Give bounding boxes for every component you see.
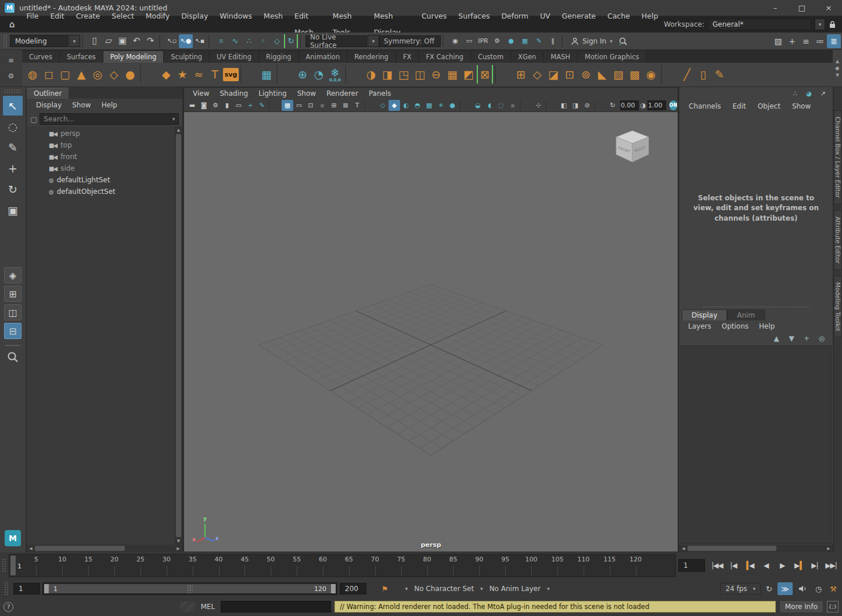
channel-box-toggle-icon[interactable]: ≣ <box>827 34 841 48</box>
character-set-arrow[interactable]: ▾ <box>478 586 485 592</box>
poly-disc-icon[interactable]: ● <box>122 65 138 84</box>
manip-speed-icon[interactable]: ◕ <box>804 88 814 99</box>
poly-svg-icon[interactable]: svg <box>223 68 239 81</box>
shelf-tab-rendering[interactable]: Rendering <box>347 51 396 63</box>
minimize-button[interactable]: – <box>762 0 789 16</box>
animation-end-field[interactable]: 200 <box>340 583 366 595</box>
slide-edge-icon[interactable]: ▯ <box>695 65 711 84</box>
loop-playback-icon[interactable]: ↻ <box>763 582 775 595</box>
symmetry-field[interactable]: Symmetry: Off <box>379 35 441 47</box>
lights-icon[interactable]: ✳ <box>435 100 447 111</box>
outliner-horizontal-scrollbar[interactable]: ◀ ▶ <box>27 545 182 552</box>
range-slider[interactable]: 1 120 <box>42 582 337 595</box>
panel-menu-panels[interactable]: Panels <box>364 89 397 98</box>
render-settings-icon[interactable]: ⚙ <box>490 34 504 48</box>
field-chart-icon[interactable]: ⊞ <box>328 100 340 111</box>
step-forward-key-button[interactable]: ▶ <box>791 558 806 573</box>
anim-layer-arrow[interactable]: ▾ <box>545 586 552 592</box>
poly-sphere-icon[interactable]: ◍ <box>24 65 41 84</box>
color-management-toggle[interactable]: ON <box>670 100 678 110</box>
camera-attributes-icon[interactable]: ⚙ <box>210 100 221 111</box>
current-time-indicator[interactable] <box>10 556 16 575</box>
character-set-select[interactable]: No Character Set <box>412 585 476 593</box>
outliner-item-defaultlightset[interactable]: ◍ defaultLightSet <box>27 174 175 186</box>
motion-blur-icon[interactable]: ◖ <box>484 100 495 111</box>
resize-grip[interactable] <box>180 601 195 612</box>
ipr-render-icon[interactable]: IPR <box>476 34 490 48</box>
mirror-icon[interactable]: ◫ <box>412 65 428 84</box>
render-frame-icon[interactable]: ▭ <box>462 34 476 48</box>
open-scene-icon[interactable]: ▱ <box>102 34 116 48</box>
poly-cube-icon[interactable]: ◻ <box>41 65 57 84</box>
toolbox-grip[interactable] <box>4 89 21 93</box>
poly-plane-icon[interactable]: ◇ <box>106 65 122 84</box>
grid-toggle-icon[interactable]: ▦ <box>282 100 293 111</box>
fps-select[interactable]: 24 fps ▾ <box>720 583 761 595</box>
shelf-tab-mash[interactable]: MASH <box>544 51 578 63</box>
hypershade-icon[interactable]: ● <box>504 34 518 48</box>
outliner-search-input[interactable] <box>40 115 169 123</box>
scroll-left-icon[interactable]: ◀ <box>679 546 688 551</box>
outliner-menu-help[interactable]: Help <box>97 101 122 109</box>
step-back-frame-button[interactable]: |◀ <box>726 558 741 573</box>
new-empty-layer-icon[interactable]: + <box>801 333 812 344</box>
launch-application-icon[interactable]: ✎ <box>532 34 546 48</box>
panel-menu-show[interactable]: Show <box>292 89 321 98</box>
panel-menu-shading[interactable]: Shading <box>214 89 253 98</box>
safe-action-icon[interactable]: ⊠ <box>340 100 351 111</box>
checkered-icon[interactable]: ▩ <box>423 100 435 111</box>
user-avatar[interactable]: M <box>5 530 21 546</box>
triangulate-icon[interactable]: ◣ <box>594 65 610 84</box>
rotate-tool[interactable]: ↻ <box>3 179 23 199</box>
shelf-tab-custom[interactable]: Custom <box>471 51 511 63</box>
make-live-icon[interactable]: ↻ <box>284 34 298 48</box>
shelf-tab-uv-editing[interactable]: UV Editing <box>210 51 259 63</box>
shelf-tab-rigging[interactable]: Rigging <box>259 51 299 63</box>
sculpt-icon[interactable]: ◉ <box>643 65 659 84</box>
step-forward-frame-button[interactable]: ▶| <box>807 558 822 573</box>
layers-menu-options[interactable]: Options <box>717 322 754 330</box>
shelf-tab-animation[interactable]: Animation <box>299 51 348 63</box>
poly-cone-icon[interactable]: ▲ <box>73 65 89 84</box>
zoom-layout-icon[interactable] <box>6 351 19 363</box>
combine-icon[interactable]: ◑ <box>363 65 379 84</box>
sidetab-attribute-editor[interactable]: Attribute Editor <box>834 210 842 270</box>
shelf-gear-icon[interactable]: ⚙ <box>5 71 17 81</box>
select-object-icon[interactable]: ↖● <box>179 34 193 48</box>
snap-point-icon[interactable]: ∴ <box>242 34 256 48</box>
channelbox-menu-object[interactable]: Object <box>752 102 786 110</box>
move-layer-up-icon[interactable]: ▲ <box>771 333 782 344</box>
tool-settings-toggle-icon[interactable]: ≔ <box>813 34 827 48</box>
smooth-icon[interactable]: ⊚ <box>578 65 594 84</box>
snap-view-plane-icon[interactable]: ◇ <box>270 34 284 48</box>
layer-tab-anim[interactable]: Anim <box>727 309 765 320</box>
render-region-icon[interactable]: ▪ <box>507 100 519 111</box>
modeling-toolkit-window-icon[interactable]: ▦ <box>258 65 275 84</box>
mute-icon[interactable] <box>795 582 810 595</box>
channelbox-menu-show[interactable]: Show <box>786 102 816 110</box>
outliner-item-persp[interactable]: ■◀ persp <box>27 128 175 139</box>
center-pivot-icon[interactable]: ⊕ <box>294 65 311 84</box>
timeline-grip[interactable] <box>2 559 7 572</box>
safe-title-icon[interactable]: T <box>351 100 363 111</box>
lock-camera-icon[interactable]: ◙ <box>198 100 210 111</box>
attribute-editor-toggle-icon[interactable]: ≡ <box>799 34 813 48</box>
multi-cut-icon[interactable]: ⊠ <box>477 65 493 84</box>
channelbox-menu-edit[interactable]: Edit <box>727 102 752 110</box>
shelf-menu-icon[interactable]: ≡ <box>5 55 17 66</box>
layout-two-pane[interactable]: ◫ <box>4 304 21 320</box>
outliner-menu-display[interactable]: Display <box>31 101 66 109</box>
shelf-scroll-up-icon[interactable]: ▲ <box>836 59 839 64</box>
layer-list[interactable] <box>681 345 832 544</box>
shelf-scroll-down-icon[interactable]: ▼ <box>836 73 839 78</box>
live-surface-arrow[interactable]: ▾ <box>368 35 379 47</box>
poly-platonic-icon[interactable]: ◆ <box>158 65 174 84</box>
move-layer-down-icon[interactable]: ▼ <box>786 333 797 344</box>
pan-zoom-icon[interactable]: + <box>244 100 256 111</box>
shelf-tab-fx-caching[interactable]: FX Caching <box>419 51 471 63</box>
textured-icon[interactable]: ◐ <box>400 100 412 111</box>
extrude-icon[interactable]: ⊞ <box>513 65 529 84</box>
paint-select-tool[interactable]: ✎ <box>3 138 23 157</box>
xray-icon[interactable]: ◨ <box>570 100 581 111</box>
live-surface-field[interactable]: No Live Surface <box>305 35 367 47</box>
